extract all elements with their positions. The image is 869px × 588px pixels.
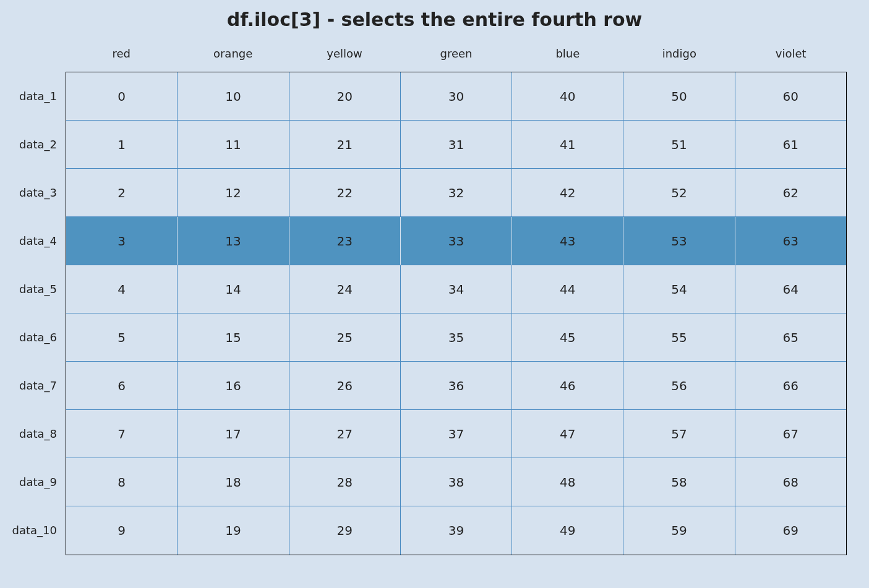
table-cell: 16 — [178, 362, 289, 410]
table-row: 1112131415161 — [66, 121, 846, 169]
row-label-text: data_9 — [19, 475, 57, 488]
table-cell: 10 — [178, 72, 289, 121]
column-header: blue — [512, 47, 623, 72]
table-cell: 54 — [623, 265, 735, 313]
table-cell: 5 — [66, 313, 178, 362]
table-cell: 36 — [401, 362, 512, 410]
row-label-text: data_2 — [19, 138, 57, 151]
table-cell: 49 — [512, 506, 623, 555]
table-cell: 24 — [289, 265, 401, 313]
column-header-label: yellow — [327, 47, 362, 60]
table-row: 9192939495969 — [66, 506, 846, 555]
table-cell: 37 — [401, 410, 512, 458]
column-header-label: violet — [776, 47, 807, 60]
row-label-text: data_1 — [19, 90, 57, 103]
row-label: data_7 — [0, 361, 66, 409]
table-cell: 25 — [289, 313, 401, 362]
table-cell: 33 — [401, 217, 512, 265]
table-cell: 64 — [735, 265, 846, 313]
table-cell: 4 — [66, 265, 178, 313]
column-header-label: green — [440, 47, 472, 60]
table-cell: 2 — [66, 169, 178, 217]
table-cell: 50 — [623, 72, 735, 121]
table-cell: 14 — [178, 265, 289, 313]
table-cell: 47 — [512, 410, 623, 458]
row-label: data_4 — [0, 216, 66, 265]
table-cell: 22 — [289, 169, 401, 217]
table-row: 8182838485868 — [66, 458, 846, 506]
row-label: data_2 — [0, 120, 66, 168]
table-cell: 7 — [66, 410, 178, 458]
table-cell: 66 — [735, 362, 846, 410]
chart-area: red orange yellow green blue indigo viol… — [0, 47, 869, 577]
row-label-text: data_3 — [19, 186, 57, 199]
row-label-text: data_7 — [19, 379, 57, 392]
table-cell: 17 — [178, 410, 289, 458]
table-cell: 43 — [512, 217, 623, 265]
table-cell: 23 — [289, 217, 401, 265]
table-cell: 27 — [289, 410, 401, 458]
table-cell: 52 — [623, 169, 735, 217]
table-cell: 20 — [289, 72, 401, 121]
row-label: data_6 — [0, 313, 66, 361]
row-label: data_3 — [0, 168, 66, 216]
table-cell: 39 — [401, 506, 512, 555]
table-cell: 58 — [623, 458, 735, 506]
table-row-highlighted: 3132333435363 — [66, 217, 846, 265]
table-cell: 55 — [623, 313, 735, 362]
column-header: yellow — [289, 47, 400, 72]
table-cell: 46 — [512, 362, 623, 410]
column-header: green — [400, 47, 512, 72]
table-cell: 8 — [66, 458, 178, 506]
table-cell: 41 — [512, 121, 623, 169]
row-label: data_5 — [0, 265, 66, 313]
table-row: 0102030405060 — [66, 72, 846, 121]
column-header: violet — [735, 47, 847, 72]
row-label-text: data_8 — [19, 427, 57, 440]
table-cell: 12 — [178, 169, 289, 217]
table-cell: 60 — [735, 72, 846, 121]
row-label-text: data_4 — [19, 234, 57, 247]
table-cell: 31 — [401, 121, 512, 169]
table-cell: 9 — [66, 506, 178, 555]
table-cell: 61 — [735, 121, 846, 169]
table-cell: 32 — [401, 169, 512, 217]
table-cell: 18 — [178, 458, 289, 506]
table-cell: 65 — [735, 313, 846, 362]
table-cell: 63 — [735, 217, 846, 265]
row-label: data_9 — [0, 458, 66, 506]
row-label: data_10 — [0, 506, 66, 554]
row-label: data_8 — [0, 409, 66, 458]
table-cell: 68 — [735, 458, 846, 506]
table-cell: 69 — [735, 506, 846, 555]
column-header-label: blue — [555, 47, 580, 60]
column-header: orange — [177, 47, 288, 72]
table-cell: 45 — [512, 313, 623, 362]
table-cell: 28 — [289, 458, 401, 506]
row-label-text: data_6 — [19, 331, 57, 344]
table-cell: 30 — [401, 72, 512, 121]
table-row: 2122232425262 — [66, 169, 846, 217]
table-row: 7172737475767 — [66, 410, 846, 458]
table-cell: 42 — [512, 169, 623, 217]
row-labels: data_1 data_2 data_3 data_4 data_5 data_… — [0, 72, 66, 554]
table-cell: 40 — [512, 72, 623, 121]
row-label: data_1 — [0, 72, 66, 120]
column-header-label: orange — [213, 47, 252, 60]
column-header: red — [66, 47, 177, 72]
table-cell: 51 — [623, 121, 735, 169]
table-cell: 44 — [512, 265, 623, 313]
table-cell: 13 — [178, 217, 289, 265]
table-cell: 26 — [289, 362, 401, 410]
table-cell: 19 — [178, 506, 289, 555]
table-cell: 11 — [178, 121, 289, 169]
table-cell: 0 — [66, 72, 178, 121]
row-label-text: data_10 — [12, 524, 57, 537]
table-cell: 62 — [735, 169, 846, 217]
table-cell: 35 — [401, 313, 512, 362]
chart-title: df.iloc[3] - selects the entire fourth r… — [0, 9, 869, 30]
table-cell: 53 — [623, 217, 735, 265]
table-cell: 67 — [735, 410, 846, 458]
column-header-label: indigo — [662, 47, 696, 60]
table-row: 6162636465666 — [66, 362, 846, 410]
